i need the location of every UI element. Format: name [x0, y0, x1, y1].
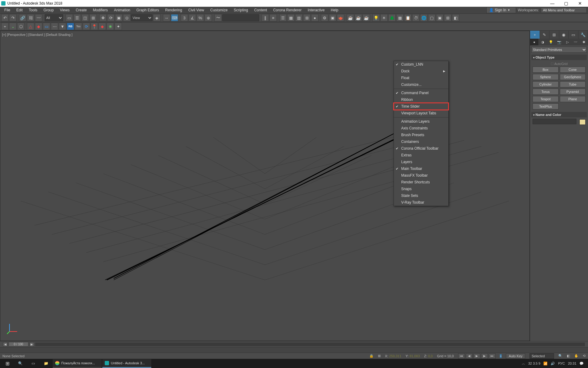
- proxy-icon[interactable]: ◧: [452, 14, 459, 21]
- menu-scripting[interactable]: Scripting: [231, 8, 251, 12]
- rotate-icon[interactable]: ⟳: [107, 14, 115, 21]
- select-by-name-icon[interactable]: ☰: [74, 14, 81, 21]
- layer-explorer-icon[interactable]: ☰: [279, 14, 287, 21]
- nav-orbit-icon[interactable]: ⟲: [583, 354, 586, 358]
- tray-network-icon[interactable]: 📶: [543, 362, 548, 366]
- corona-vfb-icon[interactable]: ☕: [363, 14, 370, 21]
- keyfilter-select[interactable]: [530, 353, 554, 359]
- select-object-icon[interactable]: ▭: [66, 14, 73, 21]
- menu-modifiers[interactable]: Modifiers: [90, 8, 111, 12]
- angle-snap-icon[interactable]: ∡: [189, 14, 196, 21]
- tab-utilities[interactable]: 🔧: [579, 31, 588, 39]
- subtab-helpers[interactable]: ▷: [563, 39, 571, 45]
- maximize-button[interactable]: ▢: [559, 0, 573, 7]
- spinner-snap-icon[interactable]: ⊕: [205, 14, 212, 21]
- autokey-button[interactable]: Auto Key: [506, 353, 525, 359]
- primitive-plane-button[interactable]: Plane: [560, 96, 586, 102]
- menu-customize[interactable]: Customize: [207, 8, 231, 12]
- primitive-category-select[interactable]: Standard Primitives: [531, 47, 587, 53]
- context-menu-item-render-shortcuts[interactable]: Render Shortcuts: [394, 179, 448, 186]
- placement-icon[interactable]: ⊙: [123, 14, 130, 21]
- menu-views[interactable]: Views: [57, 8, 73, 12]
- curve-editor-icon[interactable]: 〜: [214, 14, 222, 21]
- minimize-button[interactable]: —: [545, 0, 559, 7]
- context-menu-item-time-slider[interactable]: ✔Time Slider: [394, 103, 448, 110]
- context-menu-item-massfx-toolbar[interactable]: MassFX Toolbar: [394, 172, 448, 179]
- menu-create[interactable]: Create: [73, 8, 90, 12]
- context-menu-item-snaps[interactable]: Snaps: [394, 186, 448, 192]
- subtab-cameras[interactable]: 📷: [555, 39, 563, 45]
- corona-render-icon[interactable]: ☕: [347, 14, 354, 21]
- toggle-ribbon-icon[interactable]: ▦: [287, 14, 295, 21]
- subtab-spacewarps[interactable]: 〰: [571, 39, 580, 45]
- autogrid-checkbox[interactable]: ☐ AutoGrid: [533, 61, 586, 67]
- undo-icon[interactable]: ↶: [1, 14, 9, 21]
- align-icon[interactable]: ≡: [270, 14, 277, 21]
- start-button[interactable]: ⊞: [1, 359, 13, 368]
- tab-create[interactable]: +: [530, 31, 540, 39]
- rollout-head-name-color[interactable]: Name and Color: [531, 112, 587, 117]
- refresh-icon[interactable]: ⟳: [83, 23, 90, 30]
- tray-clock[interactable]: 20:31: [568, 362, 576, 365]
- coord-grid-icon[interactable]: ⊞: [378, 354, 381, 358]
- material-editor-icon[interactable]: ●: [311, 14, 318, 21]
- lock-icon[interactable]: 🔒: [369, 354, 374, 358]
- primitive-geosphere-button[interactable]: GeoSphere: [560, 74, 586, 80]
- pivot-icon[interactable]: ◈: [153, 14, 160, 21]
- menu-interactive[interactable]: Interactive: [305, 8, 328, 12]
- menu-civil-view[interactable]: Civil View: [185, 8, 207, 12]
- perspective-viewport[interactable]: [+] [Perspective ] [Standard ] [Default …: [0, 31, 530, 341]
- corona-ir-icon[interactable]: ☕: [355, 14, 362, 21]
- context-menu-item-dock[interactable]: Dock▶: [394, 68, 448, 75]
- subtab-geometry[interactable]: ●: [530, 39, 538, 45]
- workspace-select[interactable]: [541, 7, 587, 13]
- object-color-swatch[interactable]: [579, 119, 586, 125]
- schematic-view-icon[interactable]: ⊞: [303, 14, 311, 21]
- scatter-icon[interactable]: ⊞: [444, 14, 451, 21]
- ref-coord-select[interactable]: View: [131, 14, 153, 21]
- tab-modify[interactable]: ✎: [540, 31, 550, 39]
- rb-button[interactable]: RB: [67, 23, 74, 30]
- taskbar-chrome[interactable]: Пожалуйста помоги...: [53, 359, 102, 368]
- primitive-pyramid-button[interactable]: Pyramid: [560, 89, 586, 95]
- box3-icon[interactable]: ▣: [436, 14, 443, 21]
- screen-icon[interactable]: ▭: [43, 23, 50, 30]
- context-menu-item-v-ray-toolbar[interactable]: V-Ray Toolbar: [394, 199, 448, 206]
- context-menu-item-viewport-layout-tabs[interactable]: Viewport Layout Tabs: [394, 110, 448, 117]
- stopwatch-icon[interactable]: ⏱: [412, 14, 420, 21]
- tab-motion[interactable]: ◉: [559, 31, 569, 39]
- tray-chevron-icon[interactable]: ︿: [522, 361, 525, 366]
- sun-icon[interactable]: ☀: [380, 14, 388, 21]
- manipulate-icon[interactable]: ↔: [163, 14, 170, 21]
- context-menu-item-brush-presets[interactable]: Brush Presets: [394, 132, 448, 138]
- sign-in-button[interactable]: 👤 Sign In ▼: [486, 7, 516, 13]
- task-view-icon[interactable]: ▭: [27, 359, 39, 368]
- primitive-box-button[interactable]: Box: [533, 67, 559, 73]
- dots-icon[interactable]: ⋯: [51, 23, 58, 30]
- menu-corona-renderer[interactable]: Corona Renderer: [270, 8, 305, 12]
- context-menu-item-corona-official-toolbar[interactable]: ✔Corona Official Toolbar: [394, 145, 448, 152]
- context-menu-item-custom-lnn[interactable]: ✔Custom_LNN: [394, 61, 448, 68]
- search-icon[interactable]: 🔍: [14, 359, 26, 368]
- bind-space-warp-icon[interactable]: 〰: [35, 14, 42, 21]
- box2-icon[interactable]: ▢: [428, 14, 435, 21]
- snap-toggle-icon[interactable]: 3: [181, 14, 188, 21]
- primitive-cylinder-button[interactable]: Cylinder: [533, 81, 559, 87]
- context-menu-item-containers[interactable]: Containers: [394, 138, 448, 145]
- tray-volume-icon[interactable]: 🔊: [551, 362, 555, 366]
- flag-icon[interactable]: ▼: [59, 23, 66, 30]
- next-key-button[interactable]: ▶: [481, 353, 488, 359]
- context-menu-item-command-panel[interactable]: ✔Command Panel: [394, 90, 448, 96]
- file-explorer-icon[interactable]: 📁: [40, 359, 52, 368]
- goto-start-button[interactable]: ⏮: [458, 353, 465, 359]
- context-menu-item-axis-constraints[interactable]: Axis Constraints: [394, 125, 448, 132]
- mirror-icon[interactable]: ‖: [262, 14, 269, 21]
- key-plus-icon[interactable]: +: [500, 354, 502, 358]
- time-slider[interactable]: ◀ 0 / 100 ▶: [0, 341, 588, 347]
- menu-group[interactable]: Group: [40, 8, 57, 12]
- named-selection-input[interactable]: [222, 14, 259, 21]
- context-menu-item-state-sets[interactable]: State Sets: [394, 192, 448, 199]
- warning-icon[interactable]: △: [27, 23, 34, 30]
- leaf-icon[interactable]: ❀: [107, 23, 114, 30]
- subtab-shapes[interactable]: ◑: [538, 39, 547, 45]
